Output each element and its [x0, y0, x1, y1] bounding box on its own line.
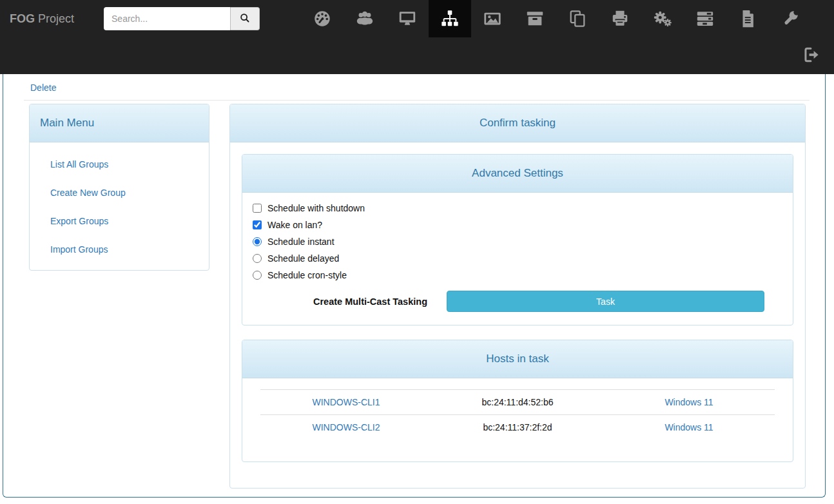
nav-printer-icon[interactable] — [599, 0, 641, 37]
nav-copy-snapins-icon[interactable] — [556, 0, 599, 37]
search-input[interactable] — [104, 7, 230, 30]
advanced-settings-body: Schedule with shutdownWake on lan?Schedu… — [242, 193, 793, 325]
nav-monitor-icon[interactable] — [386, 0, 429, 37]
host-row: WINDOWS-CLI1bc:24:11:d4:52:b6Windows 11 — [260, 390, 775, 415]
host-name-link[interactable]: WINDOWS-CLI1 — [313, 397, 380, 407]
navbar-top-row: FOG Project — [0, 0, 834, 37]
advanced-settings-panel: Advanced Settings Schedule with shutdown… — [242, 154, 793, 325]
delete-link[interactable]: Delete — [30, 82, 56, 93]
navbar-bottom-row — [0, 37, 834, 74]
confirm-tasking-title: Confirm tasking — [230, 104, 805, 142]
brand-logo[interactable]: FOG Project — [10, 12, 74, 26]
brand-rest: Project — [35, 12, 74, 25]
option-schedule-cron-style[interactable]: Schedule cron-style — [253, 270, 347, 280]
checkbox-input[interactable] — [253, 204, 262, 213]
nav-storage-box-icon[interactable] — [514, 0, 556, 37]
sidebar-item-create-new-group[interactable]: Create New Group — [50, 188, 209, 198]
subnav: Delete — [3, 74, 825, 93]
columns: Main Menu List All Groups Create New Gro… — [3, 101, 825, 489]
sign-out-icon — [800, 45, 820, 67]
option-schedule-with-shutdown[interactable]: Schedule with shutdown — [253, 203, 365, 213]
nav-task-bars-icon[interactable] — [684, 0, 726, 37]
task-button[interactable]: Task — [447, 291, 764, 312]
nav-gears-services-icon[interactable] — [641, 0, 684, 37]
option-label: Wake on lan? — [267, 220, 322, 230]
advanced-options: Schedule with shutdownWake on lan?Schedu… — [253, 203, 782, 280]
sidebar-item-import-groups[interactable]: Import Groups — [50, 244, 209, 255]
host-name-link[interactable]: WINDOWS-CLI2 — [313, 422, 380, 432]
main-menu-body: List All Groups Create New Group Export … — [30, 142, 209, 270]
content-wrapper: Delete Main Menu List All Groups Create … — [3, 74, 826, 498]
sidebar-item-list-all-groups[interactable]: List All Groups — [50, 159, 209, 170]
host-os-link[interactable]: Windows 11 — [664, 397, 713, 407]
host-mac: bc:24:11:37:2f:2d — [432, 415, 603, 440]
confirm-tasking-panel: Confirm tasking Advanced Settings Schedu… — [229, 104, 806, 489]
option-wake-on-lan[interactable]: Wake on lan? — [253, 220, 322, 230]
main-menu-panel: Main Menu List All Groups Create New Gro… — [29, 104, 209, 271]
sidebar-item-export-groups[interactable]: Export Groups — [50, 216, 209, 226]
nav-sitemap-groups-icon[interactable] — [429, 0, 471, 37]
option-schedule-instant[interactable]: Schedule instant — [253, 237, 335, 247]
host-row: WINDOWS-CLI2bc:24:11:37:2f:2dWindows 11 — [260, 415, 775, 440]
nav-file-report-icon[interactable] — [726, 0, 769, 37]
host-mac: bc:24:11:d4:52:b6 — [432, 390, 603, 415]
hosts-in-task-title: Hosts in task — [242, 340, 793, 378]
confirm-tasking-body: Advanced Settings Schedule with shutdown… — [230, 142, 805, 488]
multicast-action-row: Create Multi-Cast Tasking Task — [313, 291, 764, 312]
hosts-table-body: WINDOWS-CLI1bc:24:11:d4:52:b6Windows 11W… — [260, 390, 775, 440]
radio-input[interactable] — [253, 237, 262, 246]
nav-image-icon[interactable] — [471, 0, 514, 37]
option-label: Schedule with shutdown — [267, 203, 365, 213]
navbar: FOG Project — [0, 0, 834, 74]
radio-input[interactable] — [253, 254, 262, 263]
option-schedule-delayed[interactable]: Schedule delayed — [253, 253, 339, 264]
search-button[interactable] — [230, 7, 260, 30]
brand-bold: FOG — [10, 12, 35, 25]
checkbox-input[interactable] — [253, 220, 262, 229]
radio-input[interactable] — [253, 271, 262, 280]
page: FOG Project — [0, 0, 834, 504]
option-label: Schedule delayed — [267, 253, 339, 264]
option-label: Schedule instant — [267, 237, 335, 247]
nav-users-icon[interactable] — [344, 0, 386, 37]
hosts-in-task-panel: Hosts in task WINDOWS-CLI1bc:24:11:d4:52… — [242, 340, 793, 462]
multicast-tasking-label: Create Multi-Cast Tasking — [313, 296, 427, 307]
hosts-in-task-body: WINDOWS-CLI1bc:24:11:d4:52:b6Windows 11W… — [242, 378, 793, 461]
nav-dashboard-gauge-icon[interactable] — [301, 0, 344, 37]
hosts-table: WINDOWS-CLI1bc:24:11:d4:52:b6Windows 11W… — [260, 389, 775, 440]
advanced-settings-title: Advanced Settings — [242, 155, 793, 193]
nav-icon-bar — [301, 0, 811, 37]
search-icon — [238, 11, 252, 27]
host-os-link[interactable]: Windows 11 — [664, 422, 713, 432]
option-label: Schedule cron-style — [267, 270, 347, 280]
search-form — [104, 7, 260, 30]
logout-button[interactable] — [790, 45, 830, 67]
nav-wrench-configuration-icon[interactable] — [769, 0, 811, 37]
main-menu-title: Main Menu — [30, 104, 209, 142]
